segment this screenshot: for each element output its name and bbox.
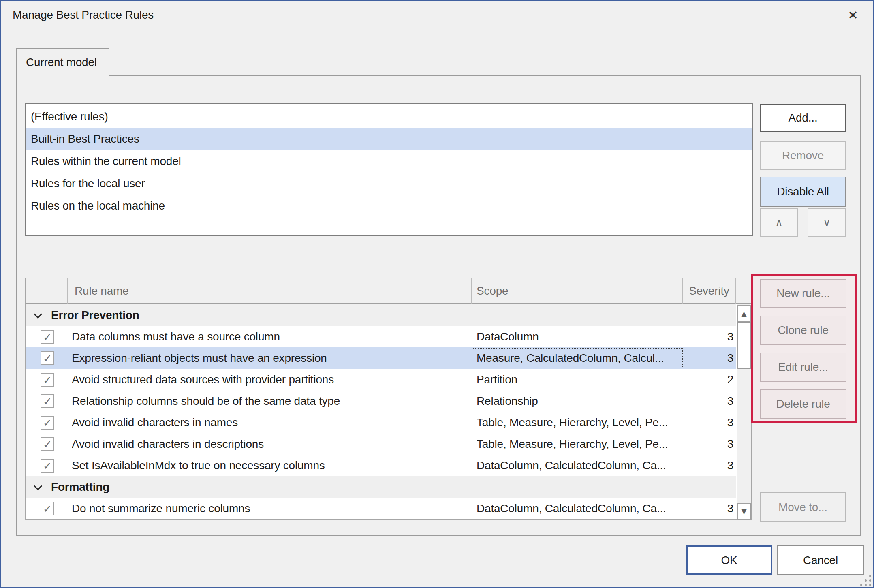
scrollbar-thumb[interactable]: [737, 322, 751, 369]
group-row[interactable]: Formatting: [26, 476, 736, 498]
group-name: Error Prevention: [51, 304, 139, 326]
disable-all-button[interactable]: Disable All: [760, 177, 846, 207]
checkmark-icon: ✓: [43, 331, 52, 342]
delete-rule-button[interactable]: Delete rule: [760, 389, 846, 419]
group-name: Formatting: [51, 476, 109, 498]
rule-checkbox[interactable]: ✓: [41, 394, 54, 408]
header-rule-name[interactable]: Rule name: [68, 278, 472, 304]
list-item[interactable]: Built-in Best Practices: [26, 128, 752, 150]
table-row[interactable]: ✓Avoid invalid characters in namesTable,…: [26, 412, 736, 433]
rule-name-cell: Avoid invalid characters in descriptions: [72, 433, 469, 455]
header-severity[interactable]: Severity: [683, 278, 736, 304]
scrollbar-down-icon[interactable]: ▼: [737, 503, 751, 520]
header-scope[interactable]: Scope: [472, 278, 683, 304]
severity-cell: 3: [683, 433, 733, 455]
group-row[interactable]: Error Prevention: [26, 304, 736, 326]
severity-cell: 3: [683, 455, 733, 476]
manage-best-practice-rules-dialog: Manage Best Practice Rules ✕ Current mod…: [0, 0, 874, 588]
table-row[interactable]: ✓Expression-reliant objects must have an…: [26, 347, 736, 369]
scope-cell: DataColumn, CalculatedColumn, Ca...: [477, 498, 679, 519]
list-item[interactable]: Rules within the current model: [26, 150, 752, 172]
scrollbar-up-icon[interactable]: ▲: [737, 305, 751, 322]
table-row[interactable]: ✓Avoid structured data sources with prov…: [26, 369, 736, 390]
dialog-title: Manage Best Practice Rules: [13, 9, 154, 21]
rule-checkbox[interactable]: ✓: [41, 330, 54, 344]
rule-checkbox[interactable]: ✓: [41, 351, 54, 365]
table-header: Rule name Scope Severity: [26, 278, 751, 304]
scope-cell: DataColumn, CalculatedColumn, Ca...: [477, 455, 679, 476]
rule-checkbox[interactable]: ✓: [41, 459, 54, 473]
rule-name-cell: Relationship columns should be of the sa…: [72, 390, 469, 412]
tab-current-model[interactable]: Current model: [16, 48, 109, 76]
rules-table: Rule name Scope Severity Error Preventio…: [25, 278, 752, 520]
severity-cell: 3: [683, 390, 733, 412]
checkmark-icon: ✓: [43, 439, 52, 450]
rule-name-cell: Expression-reliant objects must have an …: [72, 347, 469, 369]
rule-collections-listbox[interactable]: (Effective rules)Built-in Best Practices…: [25, 103, 753, 236]
severity-cell: 3: [683, 326, 733, 347]
severity-cell: 2: [683, 369, 733, 390]
header-checkbox-column[interactable]: [26, 278, 68, 304]
checkmark-icon: ✓: [43, 503, 52, 514]
scope-cell: Table, Measure, Hierarchy, Level, Pe...: [477, 412, 679, 433]
ok-button[interactable]: OK: [686, 545, 772, 575]
move-down-button[interactable]: ∨: [808, 208, 846, 237]
list-item[interactable]: Rules for the local user: [26, 172, 752, 195]
scope-cell: DataColumn: [477, 326, 679, 347]
scope-cell: Relationship: [477, 390, 679, 412]
chevron-down-icon[interactable]: [34, 482, 42, 490]
rule-name-cell: Data columns must have a source column: [72, 326, 469, 347]
severity-cell: 3: [683, 498, 733, 519]
rule-checkbox[interactable]: ✓: [41, 373, 54, 387]
move-up-button[interactable]: ∧: [760, 208, 798, 237]
chevron-down-icon[interactable]: [34, 310, 42, 319]
list-item[interactable]: (Effective rules): [26, 105, 752, 128]
rule-checkbox[interactable]: ✓: [41, 437, 54, 451]
remove-button[interactable]: Remove: [760, 141, 846, 170]
rule-checkbox[interactable]: ✓: [41, 502, 54, 515]
move-to-button[interactable]: Move to...: [760, 492, 846, 522]
clone-rule-button[interactable]: Clone rule: [760, 316, 846, 345]
table-row[interactable]: ✓Avoid invalid characters in description…: [26, 433, 736, 455]
table-body: Error Prevention✓Data columns must have …: [26, 304, 736, 520]
checkmark-icon: ✓: [43, 396, 52, 407]
resize-grip-icon[interactable]: [857, 572, 874, 588]
tab-label: Current model: [26, 56, 97, 69]
severity-cell: 3: [683, 412, 733, 433]
rule-name-cell: Set IsAvailableInMdx to true on necessar…: [72, 455, 469, 476]
checkmark-icon: ✓: [43, 417, 52, 428]
scope-cell: Partition: [477, 369, 679, 390]
table-row[interactable]: ✓Do not summarize numeric columnsDataCol…: [26, 498, 736, 519]
scope-cell: Table, Measure, Hierarchy, Level, Pe...: [477, 433, 679, 455]
table-row[interactable]: ✓Set IsAvailableInMdx to true on necessa…: [26, 455, 736, 476]
close-icon[interactable]: ✕: [842, 5, 864, 25]
rule-name-cell: Avoid structured data sources with provi…: [72, 369, 469, 390]
list-item[interactable]: Rules on the local machine: [26, 195, 752, 217]
rule-checkbox[interactable]: ✓: [41, 416, 54, 430]
new-rule-button[interactable]: New rule...: [760, 279, 846, 308]
edit-rule-button[interactable]: Edit rule...: [760, 353, 846, 382]
checkmark-icon: ✓: [43, 353, 52, 364]
rule-name-cell: Do not summarize numeric columns: [72, 498, 469, 519]
add-button[interactable]: Add...: [760, 104, 846, 132]
table-row[interactable]: ✓Relationship columns should be of the s…: [26, 390, 736, 412]
cancel-button[interactable]: Cancel: [777, 545, 864, 575]
focus-outline: [472, 348, 683, 368]
rule-name-cell: Avoid invalid characters in names: [72, 412, 469, 433]
checkmark-icon: ✓: [43, 460, 52, 471]
checkmark-icon: ✓: [43, 374, 52, 385]
table-row[interactable]: ✓Data columns must have a source columnD…: [26, 326, 736, 347]
severity-cell: 3: [683, 347, 733, 369]
